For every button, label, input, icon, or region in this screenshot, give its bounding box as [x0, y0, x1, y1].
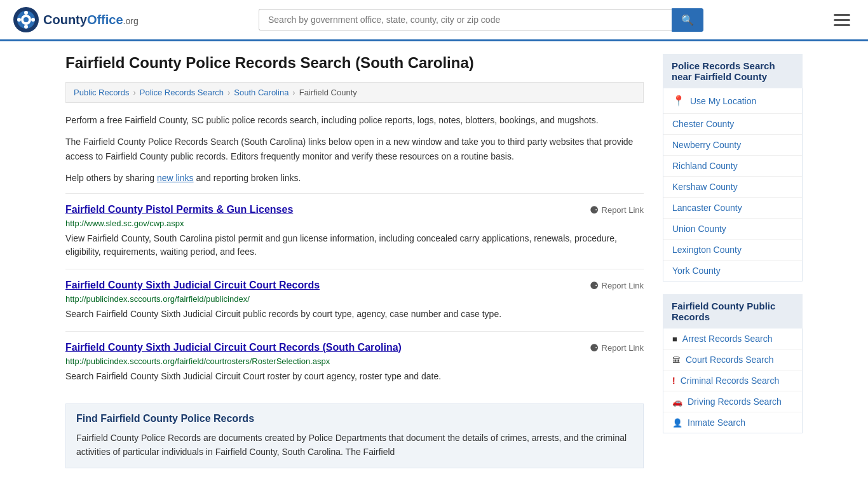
- breadcrumb-sep-3: ›: [292, 88, 295, 97]
- sidebar-pr-item: 🏛 Court Records Search: [663, 349, 802, 370]
- york-county-link[interactable]: York County: [672, 266, 721, 276]
- breadcrumb-link-public-records[interactable]: Public Records: [74, 88, 129, 97]
- desc-para-3: Help others by sharing new links and rep…: [65, 171, 644, 185]
- breadcrumb-current: Fairfield County: [299, 88, 357, 97]
- logo-text: CountyOffice.org: [43, 13, 139, 27]
- use-location-link[interactable]: Use My Location: [690, 96, 756, 106]
- sidebar-county-item: Kershaw County: [663, 177, 802, 198]
- public-records-list: ■ Arrest Records Search 🏛 Court Records …: [663, 329, 803, 433]
- driving-icon: 🚗: [672, 397, 682, 407]
- newberry-county-link[interactable]: Newberry County: [672, 140, 741, 150]
- nearby-list: 📍 Use My Location Chester County Newberr…: [663, 88, 803, 281]
- header: CountyOffice.org 🔍: [0, 0, 868, 41]
- find-section: Find Fairfield County Police Records Fai…: [65, 403, 644, 469]
- find-section-text: Fairfield County Police Records are docu…: [76, 431, 633, 459]
- report-icon: ⚈: [590, 280, 599, 292]
- result-item: Fairfield County Sixth Judicial Circuit …: [65, 331, 644, 393]
- report-icon: ⚈: [590, 342, 599, 354]
- sidebar-pr-item: ! Criminal Records Search: [663, 370, 802, 391]
- report-link[interactable]: ⚈ Report Link: [590, 342, 644, 354]
- inmate-search-link[interactable]: Inmate Search: [688, 417, 745, 428]
- find-section-title: Find Fairfield County Police Records: [76, 413, 633, 424]
- lexington-county-link[interactable]: Lexington County: [672, 245, 742, 255]
- svg-point-7: [31, 18, 35, 22]
- breadcrumb-sep-2: ›: [227, 88, 230, 97]
- sidebar-county-item: York County: [663, 261, 802, 281]
- result-url: http://publicindex.sccourts.org/fairfiel…: [65, 294, 644, 304]
- court-records-link[interactable]: Court Records Search: [686, 355, 774, 365]
- result-desc: View Fairfield County, South Carolina pi…: [65, 232, 644, 259]
- report-icon: ⚈: [590, 204, 599, 216]
- desc-para-2: The Fairfield County Police Records Sear…: [65, 135, 644, 163]
- use-location-item[interactable]: 📍 Use My Location: [663, 88, 802, 114]
- sidebar-pr-item: 👤 Inmate Search: [663, 412, 802, 433]
- criminal-records-link[interactable]: Criminal Records Search: [681, 376, 780, 386]
- search-button[interactable]: 🔍: [672, 8, 703, 32]
- desc-para-1: Perform a free Fairfield County, SC publ…: [65, 113, 644, 127]
- sidebar-county-item: Union County: [663, 219, 802, 240]
- result-desc: Search Fairfield County Sixth Judicial C…: [65, 370, 644, 383]
- main-container: Fairfield County Police Records Search (…: [53, 41, 815, 481]
- logo-icon: [13, 6, 39, 33]
- sidebar-pr-item: 🚗 Driving Records Search: [663, 391, 802, 412]
- sidebar-county-item: Richland County: [663, 156, 802, 177]
- result-url: http://www.sled.sc.gov/cwp.aspx: [65, 219, 644, 228]
- court-icon: 🏛: [672, 355, 681, 365]
- inmate-icon: 👤: [672, 418, 682, 428]
- report-link[interactable]: ⚈ Report Link: [590, 204, 644, 216]
- hamburger-icon: [834, 14, 850, 26]
- breadcrumb-sep-1: ›: [133, 88, 135, 97]
- kershaw-county-link[interactable]: Kershaw County: [672, 182, 738, 192]
- richland-county-link[interactable]: Richland County: [672, 161, 738, 171]
- nearby-section: Police Records Search near Fairfield Cou…: [663, 54, 803, 281]
- public-records-section: Fairfield County Public Records ■ Arrest…: [663, 294, 803, 433]
- content-area: Fairfield County Police Records Search (…: [65, 54, 644, 468]
- breadcrumb: Public Records › Police Records Search ›…: [65, 82, 644, 103]
- location-pin-icon: 📍: [672, 95, 685, 107]
- report-link[interactable]: ⚈ Report Link: [590, 280, 644, 292]
- svg-point-4: [24, 11, 28, 15]
- page-title: Fairfield County Police Records Search (…: [65, 54, 644, 72]
- sidebar: Police Records Search near Fairfield Cou…: [663, 54, 803, 468]
- breadcrumb-link-police-records[interactable]: Police Records Search: [140, 88, 224, 97]
- breadcrumb-link-south-carolina[interactable]: South Carolina: [234, 88, 288, 97]
- lancaster-county-link[interactable]: Lancaster County: [672, 203, 742, 213]
- logo-area: CountyOffice.org: [13, 6, 140, 33]
- arrest-icon: ■: [672, 334, 677, 344]
- result-url: http://publicindex.sccourts.org/fairfiel…: [65, 356, 644, 366]
- result-title-link[interactable]: Fairfield County Sixth Judicial Circuit …: [65, 280, 320, 291]
- driving-records-link[interactable]: Driving Records Search: [688, 396, 782, 407]
- result-desc: Search Fairfield County Sixth Judicial C…: [65, 308, 644, 321]
- criminal-icon: !: [672, 376, 675, 386]
- result-title-link[interactable]: Fairfield County Pistol Permits & Gun Li…: [65, 204, 293, 215]
- search-input[interactable]: [259, 9, 672, 30]
- sidebar-county-item: Lexington County: [663, 240, 802, 261]
- result-item: Fairfield County Sixth Judicial Circuit …: [65, 269, 644, 331]
- svg-point-6: [17, 18, 21, 22]
- sidebar-county-item: Chester County: [663, 114, 802, 135]
- public-records-header: Fairfield County Public Records: [663, 294, 803, 329]
- search-icon: 🔍: [681, 15, 694, 25]
- new-links-link[interactable]: new links: [157, 173, 194, 183]
- results-list: Fairfield County Pistol Permits & Gun Li…: [65, 193, 644, 393]
- sidebar-pr-item: ■ Arrest Records Search: [663, 329, 802, 349]
- sidebar-county-item: Newberry County: [663, 135, 802, 156]
- search-area: 🔍: [259, 8, 703, 32]
- result-title-link[interactable]: Fairfield County Sixth Judicial Circuit …: [65, 342, 402, 353]
- nearby-header: Police Records Search near Fairfield Cou…: [663, 54, 803, 88]
- svg-point-3: [24, 17, 29, 22]
- union-county-link[interactable]: Union County: [672, 224, 726, 234]
- result-item: Fairfield County Pistol Permits & Gun Li…: [65, 193, 644, 269]
- sidebar-county-item: Lancaster County: [663, 198, 802, 219]
- menu-button[interactable]: [829, 9, 855, 31]
- chester-county-link[interactable]: Chester County: [672, 119, 734, 129]
- arrest-records-link[interactable]: Arrest Records Search: [682, 334, 773, 344]
- svg-point-5: [24, 25, 28, 29]
